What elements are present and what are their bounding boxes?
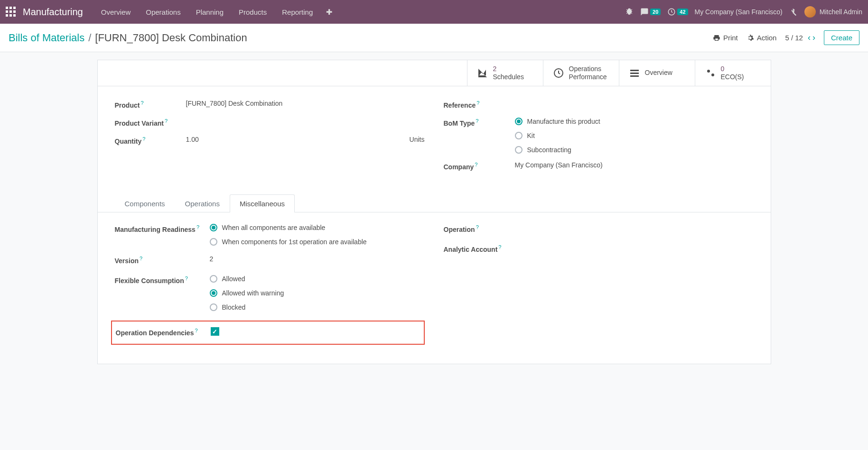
nav-products[interactable]: Products — [232, 4, 273, 20]
area-chart-icon — [477, 67, 488, 79]
label-analytic: Analytic Account? — [444, 244, 539, 254]
field-uom[interactable]: Units — [410, 136, 425, 143]
label-variant: Product Variant? — [115, 118, 186, 128]
checkbox-op-dependencies[interactable] — [211, 327, 219, 336]
print-button[interactable]: Print — [713, 34, 738, 42]
nav-reporting[interactable]: Reporting — [275, 4, 319, 20]
label-reference: Reference? — [444, 100, 515, 110]
print-icon — [713, 34, 720, 42]
label-quantity: Quantity? — [115, 136, 186, 146]
stat-schedules[interactable]: 2 Schedules — [467, 60, 543, 86]
nav-menu: Overview Operations Planning Products Re… — [94, 4, 320, 20]
svg-rect-2 — [630, 70, 639, 71]
pager: 5 / 12 ‹ › — [785, 33, 815, 43]
radio-flex-warning[interactable]: Allowed with warning — [210, 289, 425, 297]
svg-point-5 — [707, 70, 710, 73]
app-brand[interactable]: Manufacturing — [23, 7, 83, 18]
control-panel: Bills of Materials / [FURN_7800] Desk Co… — [0, 24, 868, 52]
create-button[interactable]: Create — [824, 30, 859, 45]
pager-prev[interactable]: ‹ — [808, 33, 811, 43]
debug-icon[interactable] — [625, 8, 634, 16]
breadcrumb-current: [FURN_7800] Desk Combination — [95, 32, 247, 44]
radio-readiness-all[interactable]: When all components are available — [210, 224, 425, 231]
field-product[interactable]: [FURN_7800] Desk Combination — [186, 100, 425, 107]
avatar — [804, 6, 816, 18]
svg-rect-4 — [630, 75, 639, 77]
highlight-operation-dependencies: Operation Dependencies? — [111, 321, 425, 344]
user-menu[interactable]: Mitchell Admin — [804, 6, 862, 18]
pager-next[interactable]: › — [812, 33, 815, 43]
user-name: Mitchell Admin — [820, 8, 862, 16]
label-product: Product? — [115, 100, 186, 110]
breadcrumb-back[interactable]: Bills of Materials — [9, 32, 84, 44]
form-tabs: Components Operations Miscellaneous — [98, 194, 771, 212]
radio-flex-blocked[interactable]: Blocked — [210, 303, 425, 311]
tab-miscellaneous[interactable]: Miscellaneous — [230, 194, 295, 212]
stat-overview[interactable]: Overview — [619, 60, 695, 86]
action-button[interactable]: Action — [747, 34, 777, 42]
field-quantity[interactable]: 1.00 — [186, 136, 410, 143]
messages-icon[interactable]: 20 — [640, 8, 661, 16]
stat-eco[interactable]: 0 ECO(S) — [695, 60, 771, 86]
svg-rect-3 — [630, 73, 639, 74]
apps-icon[interactable] — [6, 7, 16, 17]
nav-planning[interactable]: Planning — [189, 4, 230, 20]
label-flex-consumption: Flexible Consumption? — [115, 275, 210, 285]
pager-text[interactable]: 5 / 12 — [785, 34, 803, 42]
stat-bar: 2 Schedules Operations Performance Overv… — [98, 60, 771, 86]
label-operation: Operation? — [444, 224, 539, 234]
nav-operations[interactable]: Operations — [139, 4, 187, 20]
label-version: Version? — [115, 255, 210, 266]
settings-icon[interactable] — [789, 8, 798, 16]
svg-point-6 — [711, 73, 714, 76]
tab-operations[interactable]: Operations — [175, 194, 230, 212]
nav-overview[interactable]: Overview — [94, 4, 138, 20]
tab-components[interactable]: Components — [115, 194, 175, 212]
messages-badge: 20 — [650, 9, 661, 15]
top-navbar: Manufacturing Overview Operations Planni… — [0, 0, 868, 24]
radio-readiness-first[interactable]: When components for 1st operation are av… — [210, 238, 425, 246]
radio-subcontracting[interactable]: Subcontracting — [515, 146, 754, 154]
clock-icon — [553, 67, 564, 79]
bars-icon — [629, 67, 640, 79]
cogs-icon — [705, 67, 716, 79]
form-sheet: 2 Schedules Operations Performance Overv… — [97, 60, 771, 364]
breadcrumb-sep: / — [88, 32, 91, 44]
company-selector[interactable]: My Company (San Francisco) — [695, 8, 783, 16]
gear-icon — [747, 34, 754, 42]
stat-ops-performance[interactable]: Operations Performance — [543, 60, 619, 86]
radio-kit[interactable]: Kit — [515, 132, 754, 139]
field-company[interactable]: My Company (San Francisco) — [515, 161, 754, 169]
radio-manufacture[interactable]: Manufacture this product — [515, 118, 754, 125]
nav-add-menu[interactable]: ✚ — [319, 4, 339, 20]
activities-icon[interactable]: 42 — [667, 8, 688, 16]
label-op-dependencies: Operation Dependencies? — [116, 327, 211, 338]
radio-flex-allowed[interactable]: Allowed — [210, 275, 425, 283]
activities-badge: 42 — [677, 9, 688, 15]
field-version: 2 — [210, 255, 425, 263]
label-bom-type: BoM Type? — [444, 118, 515, 128]
label-company: Company? — [444, 161, 515, 172]
label-readiness: Manufacturing Readiness? — [115, 224, 210, 234]
breadcrumb: Bills of Materials / [FURN_7800] Desk Co… — [9, 32, 247, 44]
